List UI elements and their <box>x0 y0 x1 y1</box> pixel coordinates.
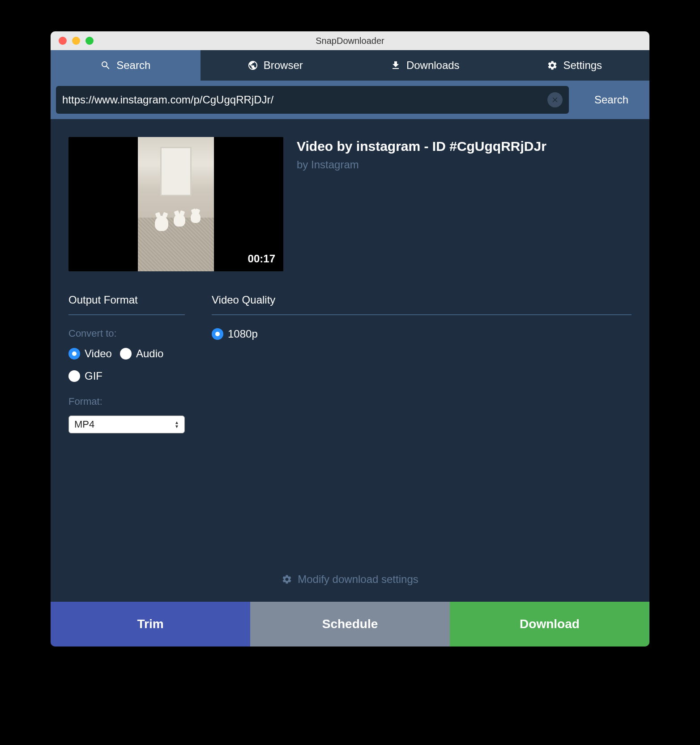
tab-search[interactable]: Search <box>51 50 201 81</box>
search-button-label: Search <box>594 94 628 106</box>
gear-icon <box>282 574 292 585</box>
url-input-wrap <box>56 86 569 114</box>
globe-icon <box>248 60 258 71</box>
radio-gif[interactable]: GIF <box>68 370 102 382</box>
button-label: Trim <box>137 617 163 631</box>
output-format-section: Output Format Convert to: Video Audio GI… <box>68 294 185 433</box>
download-button[interactable]: Download <box>450 602 649 647</box>
radio-video[interactable]: Video <box>68 347 112 360</box>
minimize-window-button[interactable] <box>72 37 80 45</box>
format-label: Format: <box>68 396 185 407</box>
spacer <box>68 433 632 559</box>
close-window-button[interactable] <box>59 37 67 45</box>
clear-input-button[interactable] <box>547 92 563 107</box>
tab-label: Downloads <box>406 59 460 72</box>
search-button[interactable]: Search <box>573 86 649 114</box>
app-window: SnapDownloader Search Browser Downloads … <box>51 31 649 647</box>
radio-label: 1080p <box>228 328 258 340</box>
modify-label: Modify download settings <box>298 573 418 586</box>
titlebar: SnapDownloader <box>51 31 649 50</box>
tab-label: Settings <box>563 59 602 72</box>
maximize-window-button[interactable] <box>85 37 94 45</box>
button-label: Schedule <box>322 617 378 631</box>
radio-indicator <box>68 348 80 360</box>
options-row: Output Format Convert to: Video Audio GI… <box>68 294 632 433</box>
schedule-button[interactable]: Schedule <box>250 602 450 647</box>
tab-browser[interactable]: Browser <box>201 50 350 81</box>
video-header: 00:17 Video by instagram - ID #CgUgqRRjD… <box>68 137 632 271</box>
tab-label: Browser <box>264 59 303 72</box>
download-icon <box>390 60 401 71</box>
trim-button[interactable]: Trim <box>51 602 250 647</box>
radio-label: Audio <box>136 347 163 360</box>
searchbar: Search <box>51 81 649 119</box>
radio-1080p[interactable]: 1080p <box>212 328 632 340</box>
radio-label: Video <box>85 347 112 360</box>
video-meta: Video by instagram - ID #CgUgqRRjDJr by … <box>297 137 632 271</box>
video-thumbnail[interactable]: 00:17 <box>68 137 283 271</box>
url-input[interactable] <box>62 94 547 106</box>
close-icon <box>551 96 559 104</box>
convert-to-label: Convert to: <box>68 328 185 339</box>
convert-radio-group: Video Audio GIF <box>68 347 185 382</box>
content-area: 00:17 Video by instagram - ID #CgUgqRRjD… <box>51 119 649 602</box>
search-icon <box>100 60 111 71</box>
select-arrows-icon: ▲▼ <box>175 421 179 428</box>
video-quality-header: Video Quality <box>212 294 632 315</box>
tab-label: Search <box>116 59 150 72</box>
radio-indicator <box>68 370 80 382</box>
video-author: by Instagram <box>297 158 632 171</box>
tab-settings[interactable]: Settings <box>500 50 650 81</box>
format-value: MP4 <box>74 419 94 430</box>
main-tabs: Search Browser Downloads Settings <box>51 50 649 81</box>
gear-icon <box>547 60 558 71</box>
window-controls <box>51 37 94 45</box>
radio-indicator <box>212 328 223 340</box>
tab-downloads[interactable]: Downloads <box>350 50 500 81</box>
output-format-header: Output Format <box>68 294 185 315</box>
radio-label: GIF <box>85 370 102 382</box>
format-select[interactable]: MP4 ▲▼ <box>68 415 185 433</box>
action-row: Trim Schedule Download <box>51 602 649 647</box>
window-title: SnapDownloader <box>51 36 649 46</box>
button-label: Download <box>520 617 580 631</box>
thumbnail-image <box>138 137 214 271</box>
radio-audio[interactable]: Audio <box>120 347 163 360</box>
video-duration: 00:17 <box>248 253 275 265</box>
modify-download-settings[interactable]: Modify download settings <box>68 559 632 602</box>
radio-indicator <box>120 348 132 360</box>
video-quality-section: Video Quality 1080p <box>212 294 632 433</box>
video-title: Video by instagram - ID #CgUgqRRjDJr <box>297 139 632 154</box>
